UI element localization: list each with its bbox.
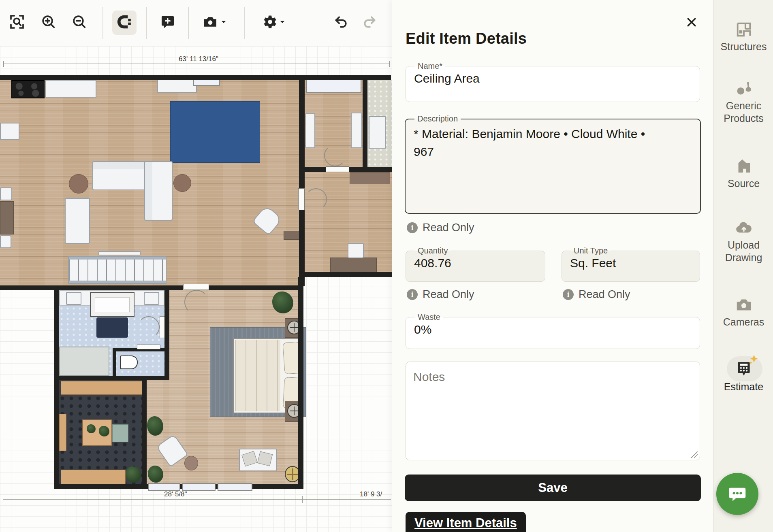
- dimension-label-bottom-right: 18' 9 3/: [360, 490, 382, 498]
- console-table[interactable]: [284, 231, 300, 240]
- kitchen-counter[interactable]: [45, 80, 96, 98]
- undo-button[interactable]: [329, 11, 353, 35]
- dining-chair[interactable]: [0, 187, 12, 200]
- desk-right[interactable]: [351, 113, 362, 148]
- sidebar-item-source[interactable]: Source: [714, 157, 773, 190]
- house-icon: [735, 170, 753, 177]
- toilet[interactable]: [120, 355, 138, 369]
- settings-button[interactable]: [255, 11, 292, 35]
- toilet-door[interactable]: [137, 345, 160, 349]
- unit-type-field[interactable]: Unit Type: [562, 246, 700, 282]
- wall-lower-left[interactable]: [54, 285, 59, 489]
- toilet-wall[interactable]: [113, 348, 116, 377]
- sidebar-item-estimate[interactable]: Estimate: [714, 359, 773, 393]
- wall-mediaroom-right[interactable]: [142, 380, 147, 485]
- save-button[interactable]: Save: [405, 475, 701, 501]
- sidebar-item-label: Structures: [714, 40, 773, 53]
- floor-cushion[interactable]: [112, 424, 128, 442]
- chat-fab-button[interactable]: [716, 473, 758, 515]
- description-field-label: Description: [414, 114, 461, 123]
- resize-handle[interactable]: [691, 451, 698, 458]
- zoom-in-button[interactable]: [36, 11, 61, 35]
- left-cabinet[interactable]: [0, 123, 19, 140]
- quantity-input[interactable]: [413, 255, 538, 270]
- desk-left[interactable]: [305, 113, 315, 148]
- snap-magnet-button[interactable]: [112, 11, 137, 35]
- bathtub[interactable]: [90, 292, 135, 317]
- dining-chair[interactable]: [0, 235, 11, 248]
- waste-input[interactable]: [413, 322, 693, 336]
- bench-top[interactable]: [61, 381, 143, 395]
- bench-left[interactable]: [59, 414, 66, 451]
- hall-door[interactable]: [298, 188, 305, 210]
- chevron-down-icon: [220, 18, 227, 27]
- unit-type-input[interactable]: [569, 255, 693, 270]
- bath-sink[interactable]: [144, 292, 159, 305]
- close-button[interactable]: [683, 14, 700, 31]
- wall-top[interactable]: [0, 75, 391, 80]
- plant[interactable]: [126, 466, 141, 483]
- floorplan-canvas[interactable]: 63' 11 13/16": [0, 0, 392, 532]
- wall-bathroom-bottom[interactable]: [59, 376, 169, 380]
- view-item-details-button[interactable]: View Item Details: [406, 512, 526, 532]
- desk-chair[interactable]: [348, 243, 364, 258]
- app-window: 63' 11 13/16": [0, 0, 773, 532]
- readonly-label: Read Only: [579, 288, 630, 301]
- wall-greatroom-bottom[interactable]: [209, 285, 300, 290]
- wall-bathroom-right[interactable]: [164, 285, 169, 380]
- add-comment-button[interactable]: [156, 11, 180, 35]
- window-bottom[interactable]: [218, 483, 252, 491]
- bath-sink[interactable]: [66, 292, 81, 305]
- notes-field[interactable]: [406, 362, 700, 460]
- bath-rug[interactable]: [96, 317, 128, 338]
- wall-greatroom-bottom[interactable]: [0, 285, 183, 290]
- camera-views-button[interactable]: [197, 11, 232, 35]
- notes-textarea[interactable]: [406, 362, 700, 460]
- sidebar-item-cameras[interactable]: Cameras: [714, 296, 773, 328]
- fit-to-screen-button[interactable]: [5, 11, 29, 35]
- name-input[interactable]: [413, 71, 693, 85]
- description-field[interactable]: Description * Material: Benjamin Moore •…: [405, 114, 701, 214]
- hall-dresser[interactable]: [350, 172, 390, 184]
- wall-vertical-c[interactable]: [363, 75, 367, 172]
- plant[interactable]: [272, 292, 293, 313]
- sectional-sofa-chaise[interactable]: [144, 161, 173, 221]
- stove[interactable]: [11, 80, 45, 98]
- wall-hall-bottom[interactable]: [299, 272, 392, 277]
- bedroom-door[interactable]: [183, 284, 209, 289]
- plant[interactable]: [148, 466, 163, 483]
- shelf[interactable]: [98, 251, 141, 255]
- products-icon: [735, 92, 753, 99]
- wall-cabinet[interactable]: [157, 78, 197, 93]
- readonly-label: Read Only: [423, 221, 474, 234]
- zoom-out-button[interactable]: [67, 11, 92, 35]
- round-side-table[interactable]: [173, 174, 191, 192]
- dining-table[interactable]: [0, 201, 14, 234]
- shower[interactable]: [59, 347, 109, 376]
- sparkle-icon: [748, 354, 760, 365]
- quantity-field[interactable]: Quantity: [406, 246, 545, 282]
- window-bottom[interactable]: [182, 483, 216, 491]
- dimension-tick: [302, 496, 303, 503]
- round-side-table[interactable]: [69, 174, 88, 194]
- sidebar-item-generic-products[interactable]: Generic Products: [714, 79, 773, 125]
- sidebar-item-structures[interactable]: Structures: [714, 20, 773, 53]
- name-field[interactable]: Name*: [406, 62, 700, 102]
- hall-desk[interactable]: [330, 257, 377, 273]
- redo-button[interactable]: [357, 11, 382, 35]
- ottoman[interactable]: [184, 456, 198, 470]
- wall-bedroom-right[interactable]: [298, 277, 303, 489]
- table-plant: [99, 426, 109, 436]
- description-text[interactable]: * Material: Benjamin Moore • Cloud White…: [413, 123, 657, 161]
- waste-field[interactable]: Waste: [406, 313, 700, 349]
- sidebar-item-upload-drawing[interactable]: Upload Drawing: [714, 219, 773, 264]
- bath-vanity[interactable]: [369, 116, 386, 149]
- sidebar-item-label: Source: [714, 177, 773, 190]
- office-door[interactable]: [326, 166, 349, 172]
- loveseat[interactable]: [65, 198, 90, 244]
- plant[interactable]: [147, 416, 163, 436]
- blue-rug[interactable]: [170, 101, 260, 163]
- window-bottom[interactable]: [148, 483, 180, 491]
- stairs[interactable]: [68, 256, 167, 284]
- bench-bottom[interactable]: [61, 470, 126, 484]
